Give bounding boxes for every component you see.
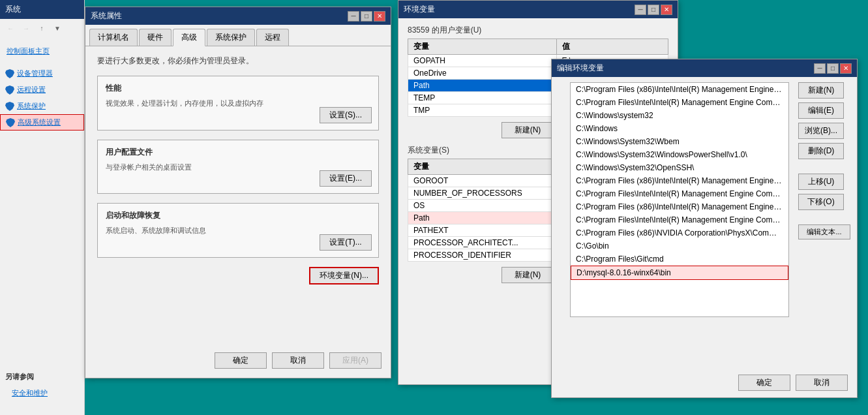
- path-entry-5[interactable]: C:\Windows\System32\WindowsPowerShell\v1…: [571, 148, 788, 161]
- shield-icon-4: [6, 118, 15, 127]
- user-new-button[interactable]: 新建(N): [501, 122, 554, 138]
- path-entry-2[interactable]: C:\Windows\system32: [571, 109, 788, 122]
- envvars-titlebar-controls: ─ □ ✕: [635, 5, 672, 15]
- editenv-maximize[interactable]: □: [827, 63, 839, 74]
- close-button[interactable]: ✕: [374, 11, 385, 22]
- sidebar-item-protection[interactable]: 系统保护: [0, 98, 84, 114]
- sysprops-footer: 确定 取消 应用(A): [215, 352, 382, 369]
- envvars-maximize[interactable]: □: [648, 5, 659, 15]
- tab-hardware[interactable]: 硬件: [139, 29, 172, 46]
- editenv-dialog: 编辑环境变量 ─ □ ✕ C:\Program Files (x86)\Inte…: [551, 59, 858, 398]
- panel-title: 系统: [0, 0, 84, 19]
- tab-computer-name[interactable]: 计算机名: [89, 29, 138, 46]
- ok-button[interactable]: 确定: [215, 352, 267, 369]
- performance-settings-button[interactable]: 设置(S)...: [320, 107, 372, 123]
- user-vars-title: 83559 的用户变量(U): [408, 25, 668, 36]
- path-list[interactable]: C:\Program Files (x86)\Intel\Intel(R) Ma…: [570, 82, 789, 317]
- device-manager-label: 设备管理器: [17, 69, 53, 78]
- shield-icon-2: [5, 85, 14, 95]
- tab-advanced[interactable]: 高级: [173, 29, 205, 46]
- nav-recent[interactable]: ▼: [51, 22, 64, 35]
- editenv-titlebar: 编辑环境变量 ─ □ ✕: [552, 59, 857, 77]
- editenv-title-text: 编辑环境变量: [557, 63, 604, 74]
- maximize-button[interactable]: □: [361, 11, 372, 22]
- nav-bar: ← → ↑ ▼: [0, 19, 84, 37]
- path-entry-12[interactable]: C:\Go\bin: [571, 239, 788, 253]
- apply-button[interactable]: 应用(A): [329, 352, 382, 369]
- shield-icon: [5, 69, 14, 78]
- control-panel-home[interactable]: 控制面板主页: [0, 42, 84, 60]
- path-entry-13[interactable]: C:\Program Files\Git\cmd: [571, 253, 788, 266]
- warning-text: 要进行大多数更改，你必须作为管理员登录。: [97, 55, 379, 67]
- envvars-minimize[interactable]: ─: [635, 5, 646, 15]
- editenv-edit-button[interactable]: 编辑(E): [798, 102, 844, 119]
- editenv-new-button[interactable]: 新建(N): [798, 82, 844, 99]
- sysprops-dialog: 系统属性 ─ □ ✕ 计算机名 硬件 高级 系统保护 远程 要进行大多数更改，你…: [85, 7, 391, 378]
- user-profile-btn-container: 设置(E)...: [320, 170, 372, 187]
- panel-title-text: 系统: [5, 4, 21, 15]
- path-entry-1[interactable]: C:\Program Files\Intel\Intel(R) Manageme…: [571, 96, 788, 109]
- sidebar-item-device-manager[interactable]: 设备管理器: [0, 65, 84, 82]
- performance-section: 性能 视觉效果，处理器计划，内存使用，以及虚拟内存 设置(S)...: [97, 76, 379, 131]
- editenv-minimize[interactable]: ─: [814, 63, 826, 74]
- path-entry-6[interactable]: C:\Windows\System32\OpenSSH\: [571, 161, 788, 174]
- shield-icon-3: [5, 102, 14, 111]
- editenv-footer: 确定 取消: [738, 375, 848, 391]
- security-link[interactable]: 安全和维护: [5, 384, 80, 402]
- minimize-button[interactable]: ─: [348, 11, 359, 22]
- tab-system-protection[interactable]: 系统保护: [207, 29, 255, 46]
- path-entry-3[interactable]: C:\Windows: [571, 122, 788, 135]
- path-entry-9[interactable]: C:\Program Files (x86)\Intel\Intel(R) Ma…: [571, 200, 788, 213]
- panel-links: 控制面板主页 设备管理器 远程设置 系统保护 高级系统设置: [0, 37, 84, 136]
- editenv-moveup-button[interactable]: 上移(U): [798, 174, 844, 190]
- user-profile-settings-button[interactable]: 设置(E)...: [320, 170, 372, 187]
- var-name: Path: [408, 80, 557, 92]
- envvars-close[interactable]: ✕: [661, 5, 672, 15]
- user-col-name: 变量: [408, 39, 557, 55]
- user-col-value: 值: [556, 39, 668, 55]
- bottom-section: 另请参阅 安全和维护: [0, 369, 85, 402]
- envvars-title: 环境变量: [404, 4, 435, 15]
- editenv-close[interactable]: ✕: [840, 63, 852, 74]
- system-panel: 系统 ← → ↑ ▼ 控制面板主页 设备管理器 远程设置 系统保护 高级系统设置…: [0, 0, 85, 415]
- also-see-label: 另请参阅: [5, 369, 80, 384]
- user-profile-section: 用户配置文件 与登录帐户相关的桌面设置 设置(E)...: [97, 140, 379, 194]
- envvars-titlebar: 环境变量 ─ □ ✕: [398, 1, 678, 18]
- editenv-title: 编辑环境变量: [557, 63, 604, 74]
- tab-remote[interactable]: 远程: [256, 29, 289, 46]
- titlebar-controls: ─ □ ✕: [348, 11, 385, 22]
- advanced-label: 高级系统设置: [18, 117, 61, 127]
- path-entry-4[interactable]: C:\Windows\System32\Wbem: [571, 135, 788, 148]
- path-entry-11[interactable]: C:\Program Files (x86)\NVIDIA Corporatio…: [571, 226, 788, 239]
- nav-forward[interactable]: →: [20, 22, 33, 35]
- sys-new-button[interactable]: 新建(N): [501, 267, 554, 283]
- sidebar-item-advanced[interactable]: 高级系统设置: [0, 114, 84, 131]
- nav-back[interactable]: ←: [4, 22, 17, 35]
- nav-up[interactable]: ↑: [35, 22, 48, 35]
- startup-settings-button[interactable]: 设置(T)...: [320, 234, 372, 251]
- path-entry-10[interactable]: C:\Program Files\Intel\Intel(R) Manageme…: [571, 213, 788, 226]
- editenv-ok-button[interactable]: 确定: [738, 375, 790, 391]
- sysprops-body: 要进行大多数更改，你必须作为管理员登录。 性能 视觉效果，处理器计划，内存使用，…: [85, 46, 391, 307]
- editenv-titlebar-controls: ─ □ ✕: [814, 63, 852, 74]
- startup-btn-container: 设置(T)...: [320, 234, 372, 251]
- editenv-browse-button[interactable]: 浏览(B)...: [798, 123, 844, 139]
- path-entry-8[interactable]: C:\Program Files\Intel\Intel(R) Manageme…: [571, 187, 788, 200]
- envvars-title-text: 环境变量: [404, 4, 435, 15]
- var-name: TEMP: [408, 92, 557, 104]
- env-vars-button[interactable]: 环境变量(N)...: [309, 267, 379, 284]
- path-entry-14[interactable]: D:\mysql-8.0.16-winx64\bin: [571, 266, 788, 280]
- path-entry-7[interactable]: C:\Program Files (x86)\Intel\Intel(R) Ma…: [571, 174, 788, 187]
- startup-recovery-section: 启动和故障恢复 系统启动、系统故障和调试信息 设置(T)...: [97, 203, 379, 258]
- cancel-button[interactable]: 取消: [272, 352, 324, 369]
- editenv-cancel-button[interactable]: 取消: [796, 375, 848, 391]
- user-profile-title: 用户配置文件: [106, 147, 370, 158]
- path-entry-0[interactable]: C:\Program Files (x86)\Intel\Intel(R) Ma…: [571, 83, 788, 96]
- editenv-edittext-button[interactable]: 编辑文本...: [798, 224, 850, 239]
- sysprops-title-text: 系统属性: [91, 10, 122, 22]
- editenv-list-container: C:\Program Files (x86)\Intel\Intel(R) Ma…: [561, 82, 798, 317]
- sidebar-item-remote[interactable]: 远程设置: [0, 82, 84, 98]
- editenv-delete-button[interactable]: 删除(D): [798, 143, 844, 159]
- performance-title: 性能: [106, 83, 370, 94]
- editenv-movedown-button[interactable]: 下移(O): [798, 194, 844, 210]
